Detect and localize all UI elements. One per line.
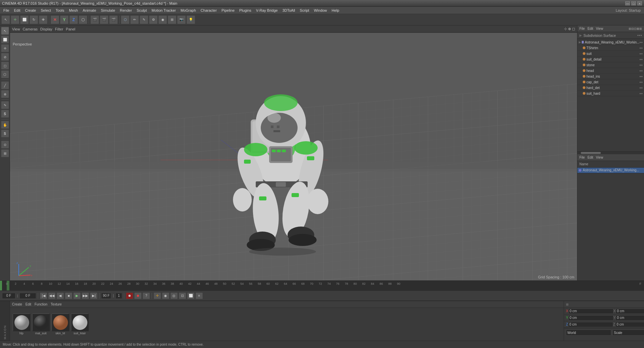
mat-create-menu[interactable]: Create	[12, 302, 22, 306]
swatch-skin-m[interactable]: skin_M	[52, 314, 69, 335]
coord-x-pos-field[interactable]	[568, 309, 614, 314]
right-panel-scrollbar[interactable]	[577, 152, 644, 154]
menu-vray-bridge[interactable]: V-Ray Bridge	[254, 8, 280, 13]
play-btn[interactable]: ▶	[73, 292, 81, 299]
menu-character[interactable]: Character	[198, 8, 219, 13]
sculpt2-btn[interactable]: ✋	[1, 121, 9, 129]
tree-item-astronaut[interactable]: ▶ Astronaut_Wearing_xEMU_Workin... ●●	[577, 39, 644, 45]
swatch-hlp[interactable]: hlp	[13, 314, 30, 335]
key-mode4-btn[interactable]: ⊡	[179, 292, 186, 299]
key-mode2-btn[interactable]: ◉	[162, 292, 169, 299]
menu-window[interactable]: Window	[312, 8, 329, 13]
grid2-btn[interactable]: ⊞	[1, 149, 9, 157]
tree-item-head-ins[interactable]: head_ins ●●	[577, 74, 644, 79]
select-all-btn[interactable]: ╱	[1, 81, 9, 89]
menu-select[interactable]: Select	[39, 8, 53, 13]
keyframe-help-btn[interactable]: ?	[143, 292, 150, 299]
pen-btn[interactable]: ✏	[130, 15, 139, 24]
tree-item-head[interactable]: head ●●	[577, 68, 644, 74]
menu-motion-tracker[interactable]: Motion Tracker	[150, 8, 178, 13]
viewport[interactable]: View Cameras Display Filter Panel ⊹ ⊕ ◻	[10, 25, 577, 280]
maximize-btn[interactable]: □	[631, 1, 636, 5]
scale-tool-btn[interactable]: ⬜	[20, 15, 29, 24]
fps-input[interactable]	[115, 293, 122, 299]
tree-item-stone[interactable]: stone ●●	[577, 62, 644, 68]
menu-sculpt[interactable]: Sculpt	[135, 8, 149, 13]
reverse-play-btn[interactable]: ◀	[57, 292, 64, 299]
tree-item-cap-det[interactable]: cap_det ●●	[577, 79, 644, 85]
coord-y-pos-field[interactable]	[568, 315, 614, 321]
polygon-mode-btn[interactable]: ◻	[1, 62, 9, 70]
menu-3dtoall[interactable]: 3DToAll	[280, 8, 297, 13]
y-axis-btn[interactable]: Y	[60, 15, 69, 24]
rotate-tool-btn[interactable]: ↻	[29, 15, 38, 24]
model-mode-btn[interactable]: ⬜	[1, 35, 9, 44]
array-btn[interactable]: ⊞	[168, 15, 176, 24]
light-btn[interactable]: 💡	[186, 15, 195, 24]
menu-tools[interactable]: Tools	[54, 8, 66, 13]
menu-create[interactable]: Create	[23, 8, 38, 13]
stop-btn[interactable]: ■	[65, 292, 72, 299]
menu-render[interactable]: Render	[118, 8, 134, 13]
om-file-menu[interactable]: File	[579, 27, 585, 30]
key-mode6-btn[interactable]: ≡	[195, 292, 203, 299]
menu-plugins[interactable]: Plugins	[237, 8, 253, 13]
menu-simulate[interactable]: Simulate	[99, 8, 117, 13]
vp-icon2[interactable]: ⊕	[568, 27, 571, 31]
menu-script[interactable]: Script	[298, 8, 311, 13]
s2-btn[interactable]: S	[1, 129, 9, 138]
vp-panel-menu[interactable]: Panel	[66, 27, 75, 31]
menu-mesh[interactable]: Mesh	[67, 8, 80, 13]
tree-item-suit-detail[interactable]: suit_detail ●●	[577, 57, 644, 62]
end-frame-input[interactable]	[101, 293, 111, 299]
vp-icon1[interactable]: ⊹	[564, 27, 567, 31]
key-mode3-btn[interactable]: ◎	[170, 292, 178, 299]
nurbs-btn[interactable]: ◉	[158, 15, 167, 24]
key-mode1-btn[interactable]: ✛	[154, 292, 161, 299]
mat-function-menu[interactable]: Function	[34, 302, 47, 306]
go-start-btn[interactable]: |◀	[40, 292, 47, 299]
render-region-btn[interactable]: 🎬	[90, 15, 99, 24]
vp-cameras-menu[interactable]: Cameras	[23, 27, 38, 31]
next-frame-btn[interactable]: ▶▶	[82, 292, 89, 299]
timeline-track[interactable]: 0 2 4 6 8 10 12 14 16 18 20 22 24 26 28 …	[2, 281, 644, 290]
om-edit-menu[interactable]: Edit	[587, 27, 593, 30]
menu-edit[interactable]: Edit	[12, 8, 22, 13]
render-view-btn[interactable]: 🎬	[100, 15, 108, 24]
swatch-suit-mair[interactable]: suit_Mair	[71, 314, 88, 335]
go-end-btn[interactable]: ▶|	[90, 292, 97, 299]
vp-icon3[interactable]: ◻	[572, 27, 575, 31]
key-mode5-btn[interactable]: ⬜	[187, 292, 194, 299]
snap-btn[interactable]: ⊕	[1, 90, 9, 98]
move-tool-btn[interactable]: ✛	[11, 15, 19, 24]
pointer-mode-btn[interactable]: ↖	[1, 27, 9, 35]
menu-file[interactable]: File	[1, 8, 11, 13]
mat-edit-menu[interactable]: Edit	[25, 302, 31, 306]
coord-z-pos-field[interactable]	[568, 322, 613, 327]
auto-key-btn[interactable]: ⏺	[134, 292, 142, 299]
attr-item-name[interactable]: Astronaut_Wearing_xEMU_Working...	[577, 168, 644, 173]
transform-tool-btn[interactable]: ✙	[39, 15, 48, 24]
coord-x-size-field[interactable]	[616, 309, 644, 314]
coord-y-size-field[interactable]	[616, 315, 644, 321]
camera-btn[interactable]: 📷	[177, 15, 186, 24]
menu-help[interactable]: Help	[330, 8, 341, 13]
mat-texture-menu[interactable]: Texture	[51, 302, 62, 306]
coord-scale-field[interactable]	[613, 330, 644, 336]
record-btn[interactable]: ⏺	[126, 292, 133, 299]
minimize-btn[interactable]: —	[625, 1, 630, 5]
close-btn[interactable]: ×	[637, 1, 642, 5]
menu-mograph[interactable]: MoGraph	[178, 8, 198, 13]
attr-file-menu[interactable]: File	[579, 156, 585, 159]
attr-view-menu[interactable]: View	[596, 156, 603, 159]
arrow-tool-btn[interactable]: ↖	[1, 15, 10, 24]
attr-edit-menu[interactable]: Edit	[587, 156, 593, 159]
object-mode-btn[interactable]: ✛	[1, 44, 9, 52]
paint-btn[interactable]: ✎	[1, 101, 9, 109]
s-btn[interactable]: S	[1, 110, 9, 118]
tree-item-hard-det[interactable]: hard_det ●●	[577, 85, 644, 91]
menu-animate[interactable]: Animate	[81, 8, 98, 13]
texture-mode-btn[interactable]: ⊘	[1, 53, 9, 61]
menu-pipeline[interactable]: Pipeline	[220, 8, 237, 13]
vp-filter-menu[interactable]: Filter	[55, 27, 63, 31]
